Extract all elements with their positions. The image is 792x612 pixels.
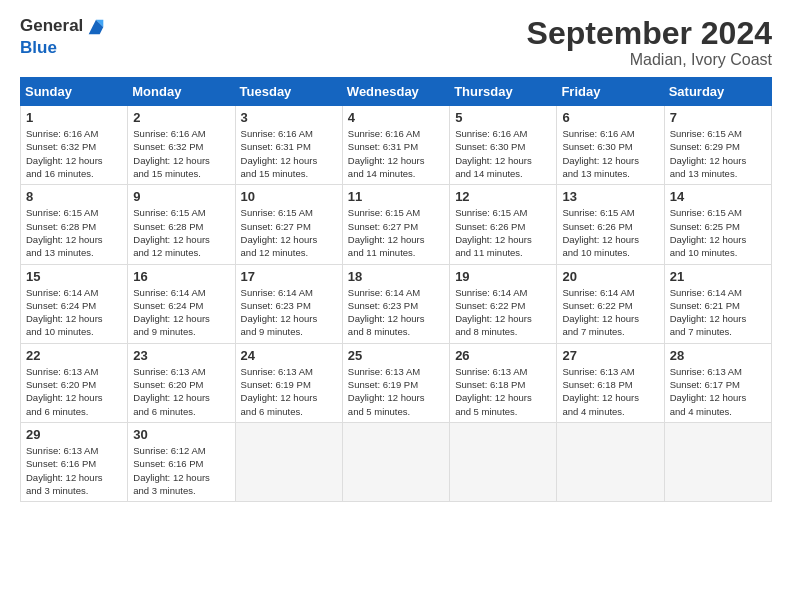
day-info: Sunrise: 6:16 AMSunset: 6:31 PMDaylight:… (241, 127, 337, 180)
day-number: 16 (133, 269, 229, 284)
day-number: 8 (26, 189, 122, 204)
month-title: September 2024 (527, 16, 772, 51)
calendar-day-6: 6 Sunrise: 6:16 AMSunset: 6:30 PMDayligh… (557, 106, 664, 185)
day-number: 20 (562, 269, 658, 284)
day-info: Sunrise: 6:12 AMSunset: 6:16 PMDaylight:… (133, 444, 229, 497)
day-info: Sunrise: 6:15 AMSunset: 6:28 PMDaylight:… (133, 206, 229, 259)
day-number: 28 (670, 348, 766, 363)
calendar-day-29: 29 Sunrise: 6:13 AMSunset: 6:16 PMDaylig… (21, 422, 128, 501)
day-number: 14 (670, 189, 766, 204)
calendar-day-14: 14 Sunrise: 6:15 AMSunset: 6:25 PMDaylig… (664, 185, 771, 264)
day-number: 2 (133, 110, 229, 125)
calendar-day-empty (664, 422, 771, 501)
calendar-day-11: 11 Sunrise: 6:15 AMSunset: 6:27 PMDaylig… (342, 185, 449, 264)
calendar-day-5: 5 Sunrise: 6:16 AMSunset: 6:30 PMDayligh… (450, 106, 557, 185)
title-block: September 2024 Madian, Ivory Coast (527, 16, 772, 69)
col-saturday: Saturday (664, 78, 771, 106)
day-number: 30 (133, 427, 229, 442)
day-number: 1 (26, 110, 122, 125)
calendar-day-20: 20 Sunrise: 6:14 AMSunset: 6:22 PMDaylig… (557, 264, 664, 343)
col-monday: Monday (128, 78, 235, 106)
calendar-day-empty (557, 422, 664, 501)
calendar-day-empty (342, 422, 449, 501)
day-number: 25 (348, 348, 444, 363)
day-number: 19 (455, 269, 551, 284)
calendar-day-1: 1 Sunrise: 6:16 AMSunset: 6:32 PMDayligh… (21, 106, 128, 185)
logo-blue: Blue (20, 38, 107, 58)
day-info: Sunrise: 6:13 AMSunset: 6:20 PMDaylight:… (133, 365, 229, 418)
header: General Blue September 2024 Madian, Ivor… (20, 16, 772, 69)
day-info: Sunrise: 6:15 AMSunset: 6:27 PMDaylight:… (348, 206, 444, 259)
calendar-day-18: 18 Sunrise: 6:14 AMSunset: 6:23 PMDaylig… (342, 264, 449, 343)
day-info: Sunrise: 6:13 AMSunset: 6:19 PMDaylight:… (348, 365, 444, 418)
calendar: Sunday Monday Tuesday Wednesday Thursday… (20, 77, 772, 502)
day-number: 12 (455, 189, 551, 204)
day-info: Sunrise: 6:13 AMSunset: 6:19 PMDaylight:… (241, 365, 337, 418)
day-number: 6 (562, 110, 658, 125)
day-number: 29 (26, 427, 122, 442)
day-info: Sunrise: 6:13 AMSunset: 6:18 PMDaylight:… (562, 365, 658, 418)
day-info: Sunrise: 6:13 AMSunset: 6:18 PMDaylight:… (455, 365, 551, 418)
calendar-day-12: 12 Sunrise: 6:15 AMSunset: 6:26 PMDaylig… (450, 185, 557, 264)
day-info: Sunrise: 6:15 AMSunset: 6:26 PMDaylight:… (455, 206, 551, 259)
location-title: Madian, Ivory Coast (527, 51, 772, 69)
day-number: 10 (241, 189, 337, 204)
calendar-week-1: 1 Sunrise: 6:16 AMSunset: 6:32 PMDayligh… (21, 106, 772, 185)
calendar-day-8: 8 Sunrise: 6:15 AMSunset: 6:28 PMDayligh… (21, 185, 128, 264)
day-info: Sunrise: 6:15 AMSunset: 6:28 PMDaylight:… (26, 206, 122, 259)
day-info: Sunrise: 6:16 AMSunset: 6:32 PMDaylight:… (133, 127, 229, 180)
col-sunday: Sunday (21, 78, 128, 106)
calendar-day-13: 13 Sunrise: 6:15 AMSunset: 6:26 PMDaylig… (557, 185, 664, 264)
day-number: 9 (133, 189, 229, 204)
col-tuesday: Tuesday (235, 78, 342, 106)
day-info: Sunrise: 6:15 AMSunset: 6:27 PMDaylight:… (241, 206, 337, 259)
day-number: 3 (241, 110, 337, 125)
calendar-week-3: 15 Sunrise: 6:14 AMSunset: 6:24 PMDaylig… (21, 264, 772, 343)
day-info: Sunrise: 6:13 AMSunset: 6:20 PMDaylight:… (26, 365, 122, 418)
day-info: Sunrise: 6:16 AMSunset: 6:32 PMDaylight:… (26, 127, 122, 180)
day-number: 7 (670, 110, 766, 125)
calendar-day-26: 26 Sunrise: 6:13 AMSunset: 6:18 PMDaylig… (450, 343, 557, 422)
logo-icon (85, 16, 107, 38)
day-number: 13 (562, 189, 658, 204)
calendar-day-30: 30 Sunrise: 6:12 AMSunset: 6:16 PMDaylig… (128, 422, 235, 501)
calendar-day-10: 10 Sunrise: 6:15 AMSunset: 6:27 PMDaylig… (235, 185, 342, 264)
calendar-day-25: 25 Sunrise: 6:13 AMSunset: 6:19 PMDaylig… (342, 343, 449, 422)
day-number: 17 (241, 269, 337, 284)
day-info: Sunrise: 6:14 AMSunset: 6:22 PMDaylight:… (455, 286, 551, 339)
calendar-day-17: 17 Sunrise: 6:14 AMSunset: 6:23 PMDaylig… (235, 264, 342, 343)
calendar-day-2: 2 Sunrise: 6:16 AMSunset: 6:32 PMDayligh… (128, 106, 235, 185)
day-number: 4 (348, 110, 444, 125)
calendar-day-19: 19 Sunrise: 6:14 AMSunset: 6:22 PMDaylig… (450, 264, 557, 343)
calendar-day-24: 24 Sunrise: 6:13 AMSunset: 6:19 PMDaylig… (235, 343, 342, 422)
calendar-day-22: 22 Sunrise: 6:13 AMSunset: 6:20 PMDaylig… (21, 343, 128, 422)
col-friday: Friday (557, 78, 664, 106)
calendar-day-7: 7 Sunrise: 6:15 AMSunset: 6:29 PMDayligh… (664, 106, 771, 185)
day-info: Sunrise: 6:15 AMSunset: 6:25 PMDaylight:… (670, 206, 766, 259)
calendar-week-4: 22 Sunrise: 6:13 AMSunset: 6:20 PMDaylig… (21, 343, 772, 422)
day-info: Sunrise: 6:15 AMSunset: 6:26 PMDaylight:… (562, 206, 658, 259)
day-info: Sunrise: 6:14 AMSunset: 6:24 PMDaylight:… (133, 286, 229, 339)
logo-text: General (20, 16, 107, 38)
day-info: Sunrise: 6:14 AMSunset: 6:21 PMDaylight:… (670, 286, 766, 339)
day-info: Sunrise: 6:16 AMSunset: 6:31 PMDaylight:… (348, 127, 444, 180)
calendar-day-21: 21 Sunrise: 6:14 AMSunset: 6:21 PMDaylig… (664, 264, 771, 343)
calendar-day-28: 28 Sunrise: 6:13 AMSunset: 6:17 PMDaylig… (664, 343, 771, 422)
day-info: Sunrise: 6:13 AMSunset: 6:16 PMDaylight:… (26, 444, 122, 497)
day-info: Sunrise: 6:14 AMSunset: 6:22 PMDaylight:… (562, 286, 658, 339)
day-info: Sunrise: 6:16 AMSunset: 6:30 PMDaylight:… (455, 127, 551, 180)
calendar-week-5: 29 Sunrise: 6:13 AMSunset: 6:16 PMDaylig… (21, 422, 772, 501)
calendar-week-2: 8 Sunrise: 6:15 AMSunset: 6:28 PMDayligh… (21, 185, 772, 264)
day-info: Sunrise: 6:16 AMSunset: 6:30 PMDaylight:… (562, 127, 658, 180)
logo: General Blue (20, 16, 107, 58)
day-info: Sunrise: 6:13 AMSunset: 6:17 PMDaylight:… (670, 365, 766, 418)
day-number: 24 (241, 348, 337, 363)
calendar-day-15: 15 Sunrise: 6:14 AMSunset: 6:24 PMDaylig… (21, 264, 128, 343)
day-number: 11 (348, 189, 444, 204)
calendar-day-empty (450, 422, 557, 501)
day-info: Sunrise: 6:14 AMSunset: 6:24 PMDaylight:… (26, 286, 122, 339)
calendar-day-16: 16 Sunrise: 6:14 AMSunset: 6:24 PMDaylig… (128, 264, 235, 343)
page: General Blue September 2024 Madian, Ivor… (0, 0, 792, 512)
calendar-day-4: 4 Sunrise: 6:16 AMSunset: 6:31 PMDayligh… (342, 106, 449, 185)
calendar-header-row: Sunday Monday Tuesday Wednesday Thursday… (21, 78, 772, 106)
